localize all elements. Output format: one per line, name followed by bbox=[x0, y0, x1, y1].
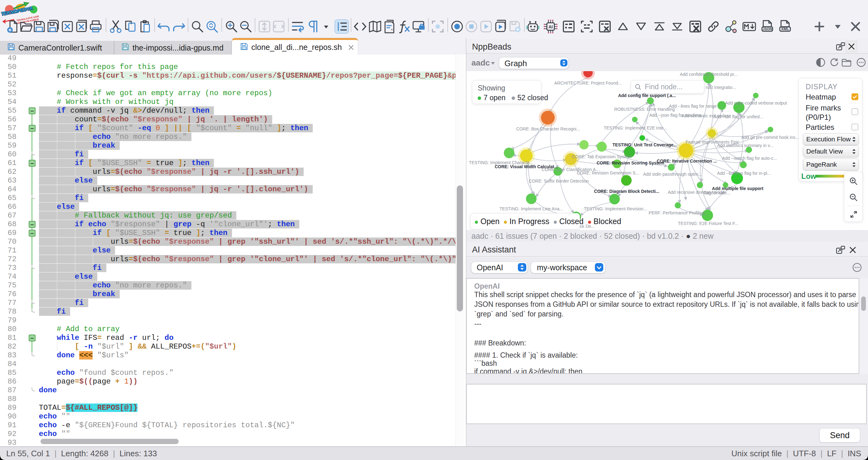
svg-text:XML: XML bbox=[781, 27, 789, 31]
svg-text:Add --watch flag for auto-c...: Add --watch flag for auto-c... bbox=[722, 156, 777, 161]
svg-text:ARCHITECTURE: Project Found...: ARCHITECTURE: Project Found... bbox=[554, 81, 622, 86]
svg-text:CORE: Box Character Recogni...: CORE: Box Character Recogni... bbox=[516, 126, 580, 132]
svg-text:CORE: Iterative Correction ...: CORE: Iterative Correction ... bbox=[657, 159, 717, 164]
svg-text:Add statistics summary in v...: Add statistics summary in v... bbox=[717, 143, 773, 148]
svg-text:flag for safe...: flag for safe... bbox=[704, 190, 731, 195]
svg-text:Add git pre-commit hook ins...: Add git pre-commit hook ins... bbox=[741, 135, 799, 140]
svg-text:TESTING: Unit Test Coverage...: TESTING: Unit Test Coverage... bbox=[612, 142, 677, 147]
svg-text:TESTING: Implement E2E Inte...: TESTING: Implement E2E Inte... bbox=[603, 125, 667, 131]
svg-text:TESTING: Implement Revision...: TESTING: Implement Revision... bbox=[584, 206, 647, 211]
svg-text:CORE: Tab Expansion System: CORE: Tab Expansion System bbox=[572, 154, 631, 159]
svg-text:Add --backup flag for in-pl...: Add --backup flag for in-pl... bbox=[717, 171, 771, 176]
svg-text:ROBUSTNESS: Error Handling: ROBUSTNESS: Error Handling bbox=[614, 107, 675, 112]
svg-text:AI: AI bbox=[549, 24, 553, 29]
svg-text:JSON: JSON bbox=[763, 27, 772, 31]
svg-text:Add color-coded verbose output: Add color-coded verbose output bbox=[725, 100, 787, 106]
svg-text:Add config file support (.a...: Add config file support (.a... bbox=[618, 93, 676, 98]
svg-text:CORE: Diagram Block Detecti...: CORE: Diagram Block Detecti... bbox=[594, 189, 659, 194]
svg-text:Add stdin passthrough optim...: Add stdin passthrough optim... bbox=[643, 172, 702, 177]
svg-text:TESTING: Implement Line Ana...: TESTING: Implement Line Ana... bbox=[499, 206, 563, 211]
svg-text:Add --diff flag for unified...: Add --diff flag for unified... bbox=[713, 114, 763, 119]
svg-text:CORE: Revision Generation S...: CORE: Revision Generation S... bbox=[577, 170, 639, 175]
svg-text:CORE: Suffix Border Detection: CORE: Suffix Border Detection bbox=[529, 178, 589, 183]
svg-text:Add confidence threshold pr...: Add confidence threshold pr... bbox=[680, 72, 737, 77]
svg-text:rust Integratio...: rust Integratio... bbox=[706, 85, 736, 90]
svg-text:Add --lines flag for range ...: Add --lines flag for range ... bbox=[669, 104, 722, 109]
svg-text:PERF: Performance Profiling...: PERF: Performance Profiling... bbox=[649, 210, 708, 215]
svg-text:CORE: Revision Scoring System: CORE: Revision Scoring System bbox=[596, 161, 664, 165]
svg-text:TESTING: E2E Fixture Test F...: TESTING: E2E Fixture Test F... bbox=[678, 221, 738, 226]
